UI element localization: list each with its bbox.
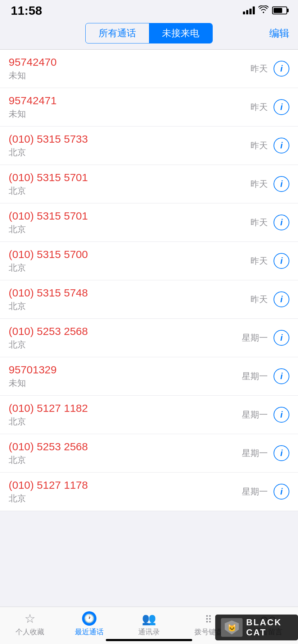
call-time: 昨天	[250, 178, 268, 190]
blackcat-watermark: 🐱 BLACK CAT	[215, 572, 298, 644]
signal-icon	[243, 6, 255, 14]
info-button[interactable]: i	[274, 407, 289, 423]
home-indicator	[106, 639, 192, 641]
call-right: 昨天 i	[250, 138, 289, 153]
call-number: (010) 5253 2568	[9, 441, 88, 453]
svg-text:🐱: 🐱	[227, 624, 236, 632]
call-location: 未知	[9, 70, 57, 81]
nav-item-recents[interactable]: 🕐 最近通话	[68, 611, 111, 637]
edit-button[interactable]: 编辑	[269, 27, 289, 40]
call-info: 95701329 未知	[9, 364, 57, 389]
call-time: 昨天	[250, 255, 268, 267]
call-item[interactable]: 95701329 未知 星期一 i	[0, 357, 298, 396]
call-time: 星期一	[242, 486, 268, 497]
call-info: (010) 5315 5701 北京	[9, 171, 88, 197]
call-info: (010) 5315 5700 北京	[9, 248, 88, 273]
call-time: 昨天	[250, 217, 268, 228]
blackcat-logo-icon: 🐱	[221, 618, 243, 637]
call-number: (010) 5315 5733	[9, 133, 88, 145]
battery-icon	[272, 6, 287, 14]
call-right: 昨天 i	[250, 215, 289, 230]
info-button[interactable]: i	[274, 291, 289, 307]
call-location: 北京	[9, 147, 88, 158]
info-button[interactable]: i	[274, 330, 289, 346]
call-item[interactable]: (010) 5127 1182 北京 星期一 i	[0, 396, 298, 434]
call-item[interactable]: (010) 5253 2568 北京 星期一 i	[0, 319, 298, 357]
call-location: 北京	[9, 493, 88, 504]
call-right: 星期一 i	[242, 445, 289, 461]
blackcat-text: BLACK CAT	[246, 617, 292, 638]
call-right: 星期一 i	[242, 484, 289, 500]
call-info: (010) 5127 1178 北京	[9, 479, 88, 504]
call-number: (010) 5127 1182	[9, 402, 88, 414]
call-time: 星期一	[242, 332, 268, 344]
call-item[interactable]: (010) 5315 5748 北京 昨天 i	[0, 280, 298, 319]
call-number: (010) 5315 5701	[9, 210, 88, 222]
call-number: (010) 5253 2568	[9, 325, 88, 337]
call-info: 95742470 未知	[9, 56, 57, 81]
tab-missed-calls[interactable]: 未接来电	[149, 23, 212, 43]
nav-label-recents: 最近通话	[75, 627, 104, 637]
info-button[interactable]: i	[274, 138, 289, 153]
call-item[interactable]: (010) 5315 5733 北京 昨天 i	[0, 126, 298, 165]
info-button[interactable]: i	[274, 99, 289, 115]
header: 所有通话 未接来电 编辑	[0, 19, 298, 49]
call-location: 北京	[9, 339, 88, 350]
call-right: 昨天 i	[250, 176, 289, 192]
nav-label-contacts: 通讯录	[138, 627, 160, 637]
keypad-icon: ⠿	[205, 614, 212, 626]
call-info: 95742471 未知	[9, 95, 57, 120]
call-item[interactable]: 95742471 未知 昨天 i	[0, 88, 298, 126]
call-right: 昨天 i	[250, 291, 289, 307]
call-number: 95701329	[9, 364, 57, 376]
call-info: (010) 5253 2568 北京	[9, 325, 88, 350]
info-button[interactable]: i	[274, 215, 289, 230]
call-right: 昨天 i	[250, 61, 289, 77]
status-icons	[243, 5, 287, 15]
call-item[interactable]: (010) 5127 1178 北京 星期一 i	[0, 473, 298, 511]
call-time: 星期一	[242, 447, 268, 459]
clock-icon: 🕐	[82, 611, 96, 626]
nav-item-contacts[interactable]: 👥 通讯录	[127, 612, 171, 637]
call-info: (010) 5315 5701 北京	[9, 210, 88, 235]
call-location: 北京	[9, 454, 88, 466]
info-button[interactable]: i	[274, 445, 289, 461]
call-item[interactable]: (010) 5315 5701 北京 昨天 i	[0, 203, 298, 242]
call-list: 95742470 未知 昨天 i 95742471 未知 昨天 i (010) …	[0, 50, 298, 511]
call-info: (010) 5253 2568 北京	[9, 441, 88, 466]
call-location: 北京	[9, 300, 88, 312]
nav-item-favorites[interactable]: ☆ 个人收藏	[8, 611, 51, 637]
call-right: 星期一 i	[242, 407, 289, 423]
call-item[interactable]: 95742470 未知 昨天 i	[0, 50, 298, 88]
call-number: (010) 5315 5748	[9, 287, 88, 299]
call-item[interactable]: (010) 5253 2568 北京 星期一 i	[0, 434, 298, 473]
info-button[interactable]: i	[274, 253, 289, 269]
call-info: (010) 5315 5748 北京	[9, 287, 88, 312]
status-time: 11:58	[11, 4, 42, 18]
call-right: 昨天 i	[250, 253, 289, 269]
call-location: 未知	[9, 377, 57, 389]
tab-group: 所有通话 未接来电	[85, 23, 213, 43]
call-location: 北京	[9, 224, 88, 235]
wifi-icon	[258, 5, 268, 15]
star-icon: ☆	[24, 611, 35, 626]
tab-all-calls[interactable]: 所有通话	[86, 23, 149, 43]
call-number: (010) 5315 5700	[9, 248, 88, 261]
info-button[interactable]: i	[274, 368, 289, 384]
call-item[interactable]: (010) 5315 5701 北京 昨天 i	[0, 165, 298, 203]
call-time: 星期一	[242, 371, 268, 382]
call-number: (010) 5315 5701	[9, 171, 88, 184]
call-number: (010) 5127 1178	[9, 479, 88, 491]
call-info: (010) 5315 5733 北京	[9, 133, 88, 158]
call-info: (010) 5127 1182 北京	[9, 402, 88, 427]
contacts-icon: 👥	[142, 612, 156, 626]
call-right: 星期一 i	[242, 330, 289, 346]
info-button[interactable]: i	[274, 176, 289, 192]
call-time: 星期一	[242, 409, 268, 420]
call-number: 95742471	[9, 95, 57, 107]
info-button[interactable]: i	[274, 484, 289, 500]
info-button[interactable]: i	[274, 61, 289, 77]
call-time: 昨天	[250, 140, 268, 151]
call-item[interactable]: (010) 5315 5700 北京 昨天 i	[0, 242, 298, 280]
call-location: 北京	[9, 416, 88, 427]
